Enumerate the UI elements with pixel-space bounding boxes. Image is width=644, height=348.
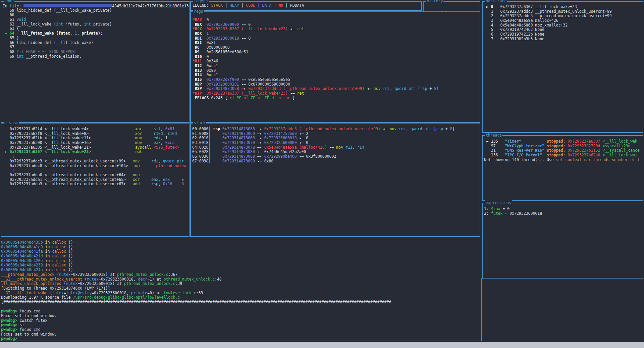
text-segment: 0x80 <box>202 68 216 73</box>
text-segment: private) <box>91 22 112 27</box>
text-segment: 06:0030│ <box>192 154 222 159</box>
terminal-line: RDX 1 <box>193 32 480 36</box>
text-segment: mutex <box>59 272 71 277</box>
text-segment: () <box>66 263 73 267</box>
text-segment <box>202 27 207 31</box>
text-segment: 65 } <box>3 36 19 40</box>
text-segment: ◂— 0 <box>297 140 309 145</box>
text-segment: () <box>66 258 73 263</box>
cmd-pane[interactable]: 0x00005e04d48c435b in calloc ()0x00005e0… <box>0 238 481 341</box>
terminal-line: 1: $rax = 0 <box>484 207 643 211</box>
text-segment: <SYS_futex> <box>154 145 179 150</box>
text-segment: WX <box>278 3 283 8</box>
text-segment: Not showing 140 thread(s). Use <box>484 157 556 162</box>
terminal-line: 04:0020│ 0x729314873078 —▸ 0x5e04d48ae59… <box>192 145 480 150</box>
text-segment: 0x729323600000 <box>207 22 239 27</box>
stack-panel: stack 00:0000│ rsp 0x729314873058 —▸ 0x7… <box>190 123 480 237</box>
text-segment: calloc <box>52 245 66 249</box>
text-segment: mov <box>133 159 140 163</box>
terminal-line: 0x00005e04d48c41fa in calloc () <box>1 249 481 254</box>
text-segment <box>202 86 207 91</box>
text-segment: R9 <box>193 50 200 54</box>
code-panel: code In file: 4845db211e7b42c7176f9be21b… <box>1 1 190 123</box>
terminal: code In file: 4845db211e7b42c7176f9be21b… <box>0 0 644 348</box>
terminal-line: 65 } <box>3 36 189 41</box>
text-segment: ◂— <box>327 145 336 150</box>
terminal-line: 61 void <box>3 17 189 22</box>
text-segment: Focus set to cmd window. <box>1 313 57 318</box>
status-bar: multi-thre Thread 0x7293148746 (cmd) In:… <box>0 342 644 348</box>
text-segment: = 0 <box>500 206 509 211</box>
text-segment: ret <box>135 149 142 154</box>
terminal-line: 3 0x5e04d48ae59a malloc+426 <box>484 18 643 23</box>
text-segment: 0x729323600018 <box>264 136 297 140</box>
text-segment: —▸ <box>255 154 264 159</box>
text-segment: int <box>84 22 91 27</box>
text-segment: ◂— 2 <box>297 131 309 136</box>
text-segment: + <box>443 127 450 131</box>
text-segment: pthread_mutex_unlock.c <box>124 281 175 286</box>
text-segment: 0x80008000 <box>200 45 230 50</box>
text-segment: rdi, qword ptr <box>151 159 186 163</box>
text-segment: r10d <box>168 131 177 136</box>
terminal-line: *RIP 0x7293237a6307 (__lll_lock_wake+23)… <box>193 91 480 96</box>
text-segment: stopped: <box>547 144 565 148</box>
terminal-line: Focus set to cmd window. <box>1 332 481 337</box>
text-segment: ZF <box>248 96 255 100</box>
text-segment: 0x729314873088 <box>222 154 255 159</box>
text-segment: [#######################################… <box>1 300 391 304</box>
text-segment: E <box>181 177 184 182</box>
text-segment: ◂— 0x7456e45da42b2a00 <box>255 149 306 154</box>
text-segment: mov <box>374 86 381 91</box>
text-segment <box>142 136 154 140</box>
text-segment: ( <box>82 277 87 282</box>
text-segment: HEAP <box>230 3 239 8</box>
text-segment: "IPC I/O Parent" <box>505 153 542 157</box>
terminal-line: R12 0xcc1 <box>193 64 480 68</box>
backtrace-lines: ► 0 0x7293237a6307 __lll_lock_wake+23 1 … <box>483 2 643 132</box>
terminal-line: 0x7293237a62f8 <__lll_lock_wake+8> xor r… <box>3 132 189 136</box>
text-segment: 0xca <box>165 140 175 145</box>
text-segment <box>140 159 152 163</box>
terminal-line: lll_mutex_unlock_optimized (mutex=0x7293… <box>1 282 481 286</box>
text-segment: 6 0x72931974212b None <box>484 32 544 37</box>
terminal-line: ___pthread_mutex_unlock (mutex=0x7293236… <box>1 272 481 277</box>
text-segment: ► 0 <box>484 4 500 9</box>
text-segment: ret <box>297 27 304 31</box>
text-segment: | <box>271 3 278 8</box>
text-segment: ◂— 0xe5e5e5e5e5e5e5e5 <box>239 77 290 82</box>
text-segment: :48 <box>215 277 222 282</box>
text-segment: R13 <box>193 68 202 73</box>
text-segment: , <box>163 131 168 136</box>
text-segment: $rax <box>491 206 500 211</box>
text-segment: 1: <box>484 206 491 211</box>
text-segment: [ <box>431 127 436 131</box>
terminal-line: 0x7293237addc3 <__pthread_mutex_unlock_u… <box>3 159 189 164</box>
terminal-line: 0x7293237a6305 <__lll_lock_wake+21> sysc… <box>3 145 189 150</box>
terminal-line: R8 0x80008000 <box>193 45 480 50</box>
terminal-line: 03:0018│ 0x729314873070 —▸ 0x72932360000… <box>192 141 480 145</box>
text-segment: #if ENABLE_ELISION_SUPPORT <box>17 49 77 54</box>
terminal-line: 67 <box>3 45 189 50</box>
terminal-line: 0x7293237adda0 <__pthread_mutex_unlock_u… <box>3 173 189 178</box>
text-segment: RBP <box>193 82 202 87</box>
text-segment: 0x00005e04d48c41fa <box>1 249 43 254</box>
text-segment: pthread_mutex_unlock.c <box>164 277 215 282</box>
terminal-line: [Switching to Thread 0x7293148746c0 (LWP… <box>1 286 481 291</box>
text-segment: stopped: <box>547 153 565 157</box>
terminal-line <box>1 305 481 309</box>
text-segment: 03:0018│ <box>192 140 222 145</box>
text-segment: ] <box>452 127 455 131</box>
text-segment: ( <box>54 272 59 277</box>
terminal-line: EFLAGS 0x246 [ cf PF af ZF sf IF df of a… <box>193 96 480 101</box>
terminal-line: In file: 4845db211e7b42c7176f9be21b8301e… <box>3 4 189 8</box>
redacted-file-path <box>23 4 112 7</box>
text-segment: —▸ <box>255 131 264 136</box>
terminal-line: *RCX 0x7293237a6307 (__lll_lock_wake+23)… <box>193 27 480 32</box>
terminal-line: R13 0x80 <box>193 68 480 73</box>
terminal-line: Downloading 1.97 K source file /usr/src/… <box>1 295 481 300</box>
text-segment: =0) at <box>147 291 163 295</box>
text-segment: rsp <box>213 127 220 131</box>
text-segment: 0x7293237a6307 <box>568 139 600 144</box>
text-segment: cf <box>227 96 234 100</box>
